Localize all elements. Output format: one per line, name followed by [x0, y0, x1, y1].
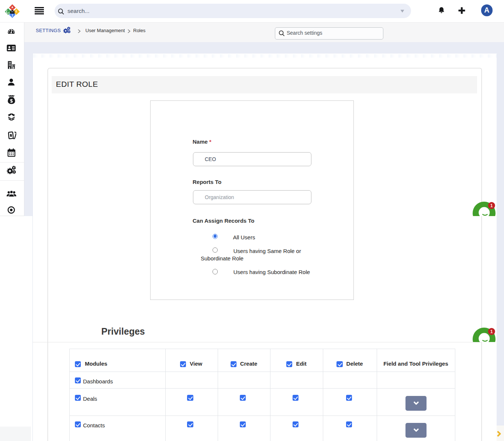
svg-text:1: 1 [490, 203, 493, 208]
svg-text:1: 1 [490, 329, 493, 334]
